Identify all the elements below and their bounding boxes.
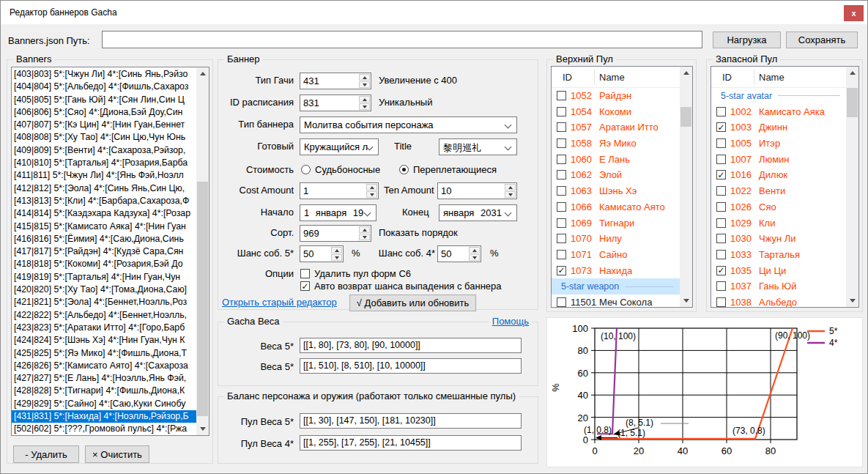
add-update-button[interactable]: √ Добавить или обновить — [349, 295, 476, 311]
banner-list-item[interactable]: [413|813] 5*:[Кли] 4*:[Барбара,Сахароза,… — [12, 195, 196, 207]
pool-row-checkbox[interactable] — [557, 122, 566, 132]
pool-row[interactable]: 1026Сяо — [711, 199, 846, 215]
banner-type-combo[interactable]: Молитва события персонажа — [300, 116, 517, 133]
pool-row[interactable]: 1022Венти — [711, 183, 846, 199]
banner-list-item[interactable]: [420|820] 5*:[Ху Тао] 4*:[Тома,Диона,Саю… — [12, 284, 196, 296]
load-button[interactable]: Нагрузка — [713, 32, 781, 48]
upper-pool-list[interactable]: ID Name 1052Райдэн1054Кокоми1057Аратаки … — [551, 66, 693, 308]
pool-row[interactable]: 1033Тарталья — [711, 247, 846, 263]
pool-row[interactable]: 1005Итэр — [711, 136, 846, 152]
pool-row[interactable]: 1063Шэнь Хэ — [552, 183, 680, 199]
pool-row[interactable]: 11501Меч Сокола — [552, 295, 680, 307]
chance4-spinner[interactable]: 50 — [437, 245, 481, 262]
ten-amount-spinner[interactable]: 10 — [437, 182, 517, 199]
banner-list-item[interactable]: [418|818] 5*:[Кокоми] 4*:[Розария,Бэй До — [12, 258, 196, 270]
pool-row-checkbox[interactable] — [716, 266, 726, 275]
clear-banners-button[interactable]: × Очистить — [85, 445, 149, 463]
scroll-up-icon[interactable] — [680, 67, 692, 79]
banners-listbox[interactable]: [403|803] 5*:[Чжун Ли] 4*:[Синь Янь,Рэйз… — [11, 67, 209, 436]
banner-list-item[interactable]: [412|812] 5*:[Эола] 4*:[Синь Янь,Син Цю, — [12, 182, 196, 195]
pool-row[interactable]: 1057Аратаки Итто — [552, 119, 680, 136]
pool-row-checkbox[interactable] — [557, 202, 566, 212]
pool-row-checkbox[interactable] — [716, 138, 726, 148]
banner-list-item[interactable]: [403|803] 5*:[Чжун Ли] 4*:[Синь Янь,Рэйз… — [12, 68, 196, 81]
scrollbar-thumb[interactable] — [680, 107, 691, 127]
pool-row[interactable]: 1002Камисато Аяка — [711, 104, 846, 120]
pool-row-checkbox[interactable] — [557, 186, 566, 196]
banner-list-item[interactable]: [425|825] 5*:[Яэ Мико] 4*:[Фишль,Диона,Т — [12, 347, 196, 360]
pool-row-checkbox[interactable] — [716, 281, 726, 291]
spin-down-icon[interactable] — [505, 191, 516, 198]
spin-down-icon[interactable] — [469, 254, 480, 261]
banner-list-item[interactable]: [410|810] 5*:[Тарталья] 4*:[Розария,Барб… — [12, 157, 196, 169]
pool-row[interactable]: 1070Нилу — [552, 231, 680, 247]
begin-date-combo[interactable]: 1 января 19 — [300, 204, 376, 221]
reserve-pool-list[interactable]: ID Name 5-star avatar1002Камисато Аяка10… — [711, 66, 859, 308]
pool-row[interactable]: 1037Гань Юй — [711, 278, 846, 295]
banner-list-item[interactable]: [424|824] 5*:[Шэнь Хэ] 4*:[Нин Гуан,Чун … — [12, 334, 196, 347]
gacha-type-spinner[interactable]: 431 — [300, 73, 371, 89]
pool-row[interactable]: 1035Ци Ци — [711, 263, 846, 279]
banner-list-item[interactable]: [415|815] 5*:[Камисато Аяка] 4*:[Нин Гуа… — [12, 221, 196, 233]
pool-row-checkbox[interactable] — [557, 155, 566, 164]
pool-row[interactable]: 1060Е Лань — [552, 152, 680, 168]
save-button[interactable]: Сохранять — [786, 32, 858, 48]
prefab-combo[interactable]: Кружащийся л — [300, 138, 379, 155]
upper-pool-scrollbar[interactable] — [680, 67, 692, 307]
pool-row-checkbox[interactable] — [557, 234, 566, 243]
spin-up-icon[interactable] — [469, 247, 480, 253]
spin-up-icon[interactable] — [359, 96, 370, 103]
banner-list-item[interactable]: [419|819] 5*:[Тарталья] 4*:[Нин Гуан,Чун — [12, 271, 196, 284]
pool-row-checkbox[interactable] — [716, 170, 726, 179]
cost-fate-radio[interactable] — [301, 165, 311, 174]
help-link[interactable]: Помощь — [492, 316, 529, 327]
pool-row-checkbox[interactable] — [557, 266, 566, 275]
pool-row[interactable]: 1054Кокоми — [552, 104, 680, 120]
banner-list-item[interactable]: [422|822] 5*:[Альбедо] 4*:[Беннет,Ноэлль… — [12, 309, 196, 322]
title-combo[interactable]: 黎明巡礼 — [439, 138, 517, 155]
spin-up-icon[interactable] — [505, 184, 516, 190]
banner-list-item[interactable]: [423|823] 5*:[Аратаки Итто] 4*:[Горо,Бар… — [12, 322, 196, 334]
pool-row-checkbox[interactable] — [557, 218, 566, 228]
pool-row-checkbox[interactable] — [557, 170, 566, 179]
pool-row-checkbox[interactable] — [716, 250, 726, 259]
sort-spinner[interactable]: 969 — [300, 225, 371, 242]
banner-list-item[interactable]: [408|808] 5*:[Ху Тао] 4*:[Син Цю,Чун Юнь — [12, 131, 196, 144]
banner-list-item[interactable]: [431|831] 5*:[Нахида] 4*:[Ноэлль,Рэйзор,… — [12, 410, 196, 423]
pool-row[interactable]: 1066Камисато Аято — [552, 199, 680, 215]
spin-down-icon[interactable] — [359, 81, 370, 88]
pool-row-checkbox[interactable] — [716, 218, 726, 228]
pool-row-checkbox[interactable] — [557, 250, 566, 259]
pool4-weight-input[interactable]: [[1, 255], [17, 255], [21, 10455]] — [300, 435, 522, 451]
spin-up-icon[interactable] — [359, 74, 370, 81]
pool-row[interactable]: 1030Чжун Ли — [711, 231, 846, 247]
banner-list-item[interactable]: [405|805] 5*:[Гань Юй] 4*:[Сян Лин,Син Ц — [12, 94, 196, 106]
pool-row[interactable]: 1029Кли — [711, 215, 846, 232]
auto-return-checkbox[interactable] — [300, 281, 310, 291]
banner-list-item[interactable]: [429|829] 5*:[Сайно] 4*:[Саю,Куки Синобу — [12, 398, 196, 410]
banner-list-item[interactable]: [404|804] 5*:[Альбедо] 4*:[Фишль,Сахароз — [12, 81, 196, 93]
pool-row-checkbox[interactable] — [716, 297, 726, 307]
scroll-down-icon[interactable] — [846, 295, 858, 307]
spin-down-icon[interactable] — [359, 234, 370, 240]
banner-list-item[interactable]: [427|827] 5*:[Е Лань] 4*:[Ноэлль,Янь Фэй… — [12, 372, 196, 385]
cost-intertwined-radio[interactable] — [399, 165, 409, 174]
reserve-pool-scrollbar[interactable] — [846, 67, 858, 307]
end-date-combo[interactable]: января 2031 — [439, 204, 517, 221]
cost-amount-spinner[interactable]: 1 — [300, 182, 379, 199]
pool-row[interactable]: 1007Люмин — [711, 152, 846, 168]
weight5b-input[interactable]: [[1, 510], [8, 510], [10, 10000]] — [300, 358, 522, 374]
pool-row[interactable]: 1016Дилюк — [711, 167, 846, 183]
scrollbar-thumb[interactable] — [197, 182, 208, 416]
pool-row-checkbox[interactable] — [716, 202, 726, 212]
scroll-up-icon[interactable] — [846, 67, 858, 79]
pool-row[interactable]: 1003Джинн — [711, 119, 846, 136]
scroll-down-icon[interactable] — [196, 423, 209, 435]
spin-down-icon[interactable] — [331, 254, 342, 261]
banner-list-item[interactable]: [502|602] 5*:[???,Громовой пульс] 4*:[Рж… — [12, 423, 196, 435]
pool-row-checkbox[interactable] — [716, 155, 726, 164]
banner-list-item[interactable]: [409|809] 5*:[Венти] 4*:[Сахароза,Рэйзор… — [12, 144, 196, 157]
banner-list-item[interactable]: [426|826] 5*:[Камисато Аято] 4*:[Сахароз… — [12, 360, 196, 372]
banner-list-item[interactable]: [421|821] 5*:[Эола] 4*:[Беннет,Ноэлль,Ро… — [12, 296, 196, 308]
banner-list-item[interactable]: [428|828] 5*:[Тигнари] 4*:[Фишль,Диона,К — [12, 385, 196, 397]
